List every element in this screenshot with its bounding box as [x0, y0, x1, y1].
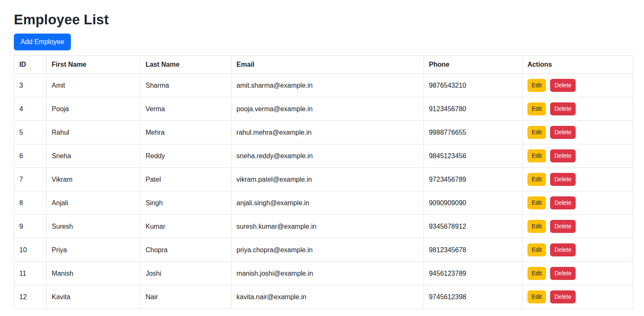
cell-id: 4 [14, 97, 47, 121]
delete-button[interactable]: Delete [550, 267, 575, 280]
cell-email: manish.joshi@example.in [231, 262, 424, 285]
cell-email: sneha.reddy@example.in [231, 144, 424, 168]
delete-button[interactable]: Delete [550, 79, 575, 92]
table-header-row: ID First Name Last Name Email Phone Acti… [14, 56, 633, 74]
table-row: 7 Vikram Patel vikram.patel@example.in 9… [14, 168, 633, 191]
cell-email: suresh.kumar@example.in [231, 215, 424, 238]
delete-button[interactable]: Delete [550, 149, 575, 162]
cell-first-name: Pooja [47, 97, 140, 121]
cell-id: 9 [14, 215, 47, 238]
cell-first-name: Rahul [47, 121, 140, 144]
delete-button[interactable]: Delete [550, 126, 575, 139]
delete-button[interactable]: Delete [550, 196, 575, 209]
cell-id: 11 [14, 262, 47, 285]
header-last-name: Last Name [140, 56, 231, 74]
cell-email: pooja.verma@example.in [231, 97, 424, 121]
delete-button[interactable]: Delete [550, 220, 575, 233]
cell-id: 10 [14, 238, 47, 262]
delete-button[interactable]: Delete [550, 173, 575, 186]
cell-first-name: Sneha [47, 144, 140, 168]
cell-last-name: Nair [140, 285, 231, 309]
cell-actions: Edit Delete [522, 121, 633, 144]
edit-button[interactable]: Edit [527, 196, 546, 209]
cell-email: kavita.nair@example.in [231, 285, 424, 309]
add-employee-button[interactable]: Add Employee [14, 34, 71, 50]
delete-button[interactable]: Delete [550, 102, 575, 115]
delete-button[interactable]: Delete [550, 290, 575, 303]
cell-email: rahul.mehra@example.in [231, 121, 424, 144]
cell-phone: 9876543210 [423, 74, 522, 97]
cell-email: vikram.patel@example.in [231, 168, 424, 191]
edit-button[interactable]: Edit [527, 173, 546, 186]
header-actions: Actions [522, 56, 633, 74]
cell-email: anjali.singh@example.in [231, 191, 424, 215]
cell-phone: 9456123789 [423, 262, 522, 285]
cell-id: 3 [14, 74, 47, 97]
table-row: 4 Pooja Verma pooja.verma@example.in 912… [14, 97, 633, 121]
cell-first-name: Anjali [47, 191, 140, 215]
cell-id: 6 [14, 144, 47, 168]
cell-phone: 9745612398 [423, 285, 522, 309]
cell-last-name: Reddy [140, 144, 231, 168]
table-row: 11 Manish Joshi manish.joshi@example.in … [14, 262, 633, 285]
cell-actions: Edit Delete [522, 144, 633, 168]
cell-first-name: Kavita [47, 285, 140, 309]
cell-last-name: Mehra [140, 121, 231, 144]
cell-id: 7 [14, 168, 47, 191]
table-row: 9 Suresh Kumar suresh.kumar@example.in 9… [14, 215, 633, 238]
cell-actions: Edit Delete [522, 97, 633, 121]
cell-phone: 9345678912 [423, 215, 522, 238]
edit-button[interactable]: Edit [527, 79, 546, 92]
table-row: 10 Priya Chopra priya.chopra@example.in … [14, 238, 633, 262]
edit-button[interactable]: Edit [527, 267, 546, 280]
cell-actions: Edit Delete [522, 262, 633, 285]
cell-email: amit.sharma@example.in [231, 74, 424, 97]
table-row: 6 Sneha Reddy sneha.reddy@example.in 984… [14, 144, 633, 168]
cell-id: 5 [14, 121, 47, 144]
table-header: ID First Name Last Name Email Phone Acti… [14, 56, 633, 74]
edit-button[interactable]: Edit [527, 290, 546, 303]
cell-id: 12 [14, 285, 47, 309]
table-row: 5 Rahul Mehra rahul.mehra@example.in 998… [14, 121, 633, 144]
cell-email: priya.chopra@example.in [231, 238, 424, 262]
edit-button[interactable]: Edit [527, 220, 546, 233]
cell-first-name: Manish [47, 262, 140, 285]
header-id: ID [14, 56, 47, 74]
cell-last-name: Chopra [140, 238, 231, 262]
cell-phone: 9845123456 [423, 144, 522, 168]
cell-actions: Edit Delete [522, 215, 633, 238]
cell-actions: Edit Delete [522, 74, 633, 97]
cell-actions: Edit Delete [522, 238, 633, 262]
cell-first-name: Vikram [47, 168, 140, 191]
table-row: 8 Anjali Singh anjali.singh@example.in 9… [14, 191, 633, 215]
header-phone: Phone [423, 56, 522, 74]
cell-last-name: Singh [140, 191, 231, 215]
table-row: 12 Kavita Nair kavita.nair@example.in 97… [14, 285, 633, 309]
header-first-name: First Name [47, 56, 140, 74]
cell-first-name: Amit [47, 74, 140, 97]
table-row: 3 Amit Sharma amit.sharma@example.in 987… [14, 74, 633, 97]
cell-id: 8 [14, 191, 47, 215]
cell-first-name: Priya [47, 238, 140, 262]
cell-phone: 9090909090 [423, 191, 522, 215]
edit-button[interactable]: Edit [527, 243, 546, 256]
cell-phone: 9723456789 [423, 168, 522, 191]
employee-table: ID First Name Last Name Email Phone Acti… [14, 55, 633, 309]
delete-button[interactable]: Delete [550, 243, 575, 256]
cell-last-name: Patel [140, 168, 231, 191]
cell-actions: Edit Delete [522, 285, 633, 309]
cell-phone: 9123456780 [423, 97, 522, 121]
cell-last-name: Verma [140, 97, 231, 121]
edit-button[interactable]: Edit [527, 149, 546, 162]
cell-actions: Edit Delete [522, 191, 633, 215]
page-title: Employee List [14, 12, 633, 28]
table-body: 3 Amit Sharma amit.sharma@example.in 987… [14, 74, 633, 309]
header-email: Email [231, 56, 424, 74]
cell-phone: 9812345678 [423, 238, 522, 262]
edit-button[interactable]: Edit [527, 102, 546, 115]
cell-phone: 9988776655 [423, 121, 522, 144]
cell-actions: Edit Delete [522, 168, 633, 191]
edit-button[interactable]: Edit [527, 126, 546, 139]
cell-last-name: Joshi [140, 262, 231, 285]
cell-last-name: Kumar [140, 215, 231, 238]
